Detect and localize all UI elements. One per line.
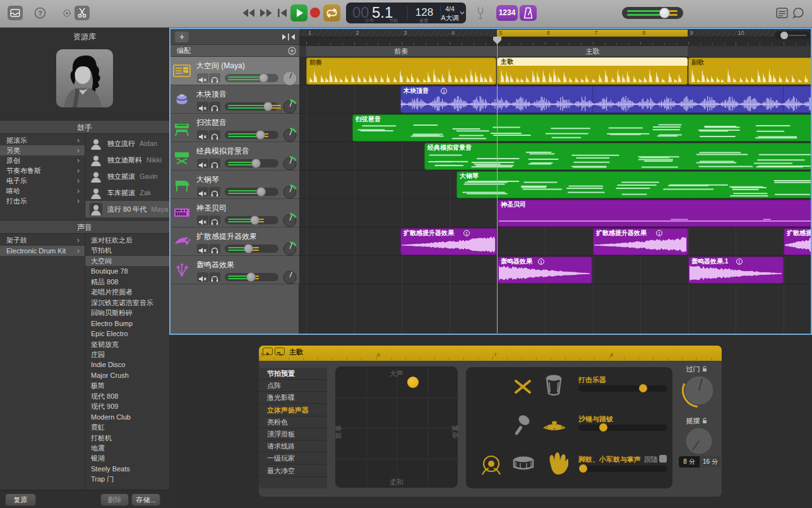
region-drummer-intro[interactable]: 前奏	[306, 57, 496, 85]
gong-icon[interactable]	[480, 453, 503, 480]
track-header[interactable]: 轰鸣器效果	[170, 256, 299, 284]
sound-preset-item[interactable]: 庄园	[85, 349, 169, 360]
cut-tool-button[interactable]	[75, 6, 90, 20]
sound-preset-item[interactable]: Epic Electro	[85, 329, 169, 339]
sound-preset-item[interactable]: Indie Disco	[85, 360, 169, 370]
delete-button[interactable]: 删除	[100, 493, 129, 506]
volume-knob[interactable]	[256, 130, 265, 140]
sound-preset-item[interactable]: 回响贝斯粉碎	[85, 308, 169, 318]
volume-knob[interactable]	[256, 187, 266, 197]
editor-regions-icon[interactable]	[275, 348, 285, 355]
solo-button[interactable]	[209, 215, 220, 225]
timeline-tick-row[interactable]	[299, 37, 811, 45]
sound-preset-item[interactable]: Electro Bump	[85, 318, 169, 329]
beat-preset-item[interactable]: 最大净空	[259, 465, 327, 477]
track-volume-slider[interactable]	[225, 188, 278, 196]
xy-pad-puck[interactable]	[407, 377, 419, 388]
record-button[interactable]	[310, 8, 320, 18]
track-volume-slider[interactable]	[225, 74, 278, 82]
beat-preset-item[interactable]: 点阵	[259, 380, 327, 392]
media-browser-button[interactable]	[8, 6, 23, 20]
tambourine-icon[interactable]	[542, 418, 567, 439]
sound-preset-item[interactable]: 地震	[85, 443, 169, 453]
shaker-icon[interactable]	[513, 414, 533, 439]
track-header[interactable]: 木块顶音	[170, 85, 299, 114]
swing-knob[interactable]	[683, 425, 715, 459]
sound-preset-item[interactable]: Trap 门	[85, 474, 169, 484]
feedback-icon[interactable]	[792, 7, 804, 21]
drummer-item[interactable]: 独立摇滚Gavin	[85, 168, 169, 184]
sound-preset-item[interactable]: 派对狂欢之后	[85, 235, 169, 245]
eighth-note-button[interactable]: 8 分	[679, 456, 700, 468]
sound-preset-item[interactable]: 节拍机	[85, 245, 169, 255]
percussion-slider[interactable]	[578, 385, 667, 392]
solo-button[interactable]	[209, 187, 220, 197]
follow-checkbox[interactable]	[659, 455, 667, 463]
go-to-beginning-button[interactable]	[277, 8, 287, 20]
beat-preset-item[interactable]: 漂浮滑板	[259, 428, 327, 440]
editor-play-icon[interactable]	[263, 348, 273, 355]
arrangement-track-header[interactable]: 编配	[170, 45, 299, 57]
track-header[interactable]: 神圣贝司	[170, 199, 299, 227]
solo-button[interactable]	[209, 159, 220, 168]
volume-knob[interactable]	[246, 272, 256, 282]
mute-button[interactable]	[197, 187, 208, 197]
snare-icon[interactable]	[511, 454, 535, 477]
beat-preset-item[interactable]: 激光影碟	[259, 392, 327, 404]
region-drummer-chorus[interactable]: 副歌	[688, 57, 811, 85]
track-header[interactable]: 扩散感提升器效果	[170, 227, 299, 256]
track-volume-slider[interactable]	[225, 102, 278, 111]
region-boomer-2[interactable]: 轰鸣器效果.11	[688, 257, 784, 284]
region-riser-3[interactable]: 扩散感提升器效果	[784, 228, 811, 255]
drummer-item[interactable]: 独立流行Aidan	[85, 135, 169, 152]
track-header[interactable]: 经典模拟背景音	[170, 142, 299, 171]
mute-button[interactable]	[197, 73, 208, 83]
drummer-item[interactable]: 车库摇滚Zak	[85, 184, 169, 201]
add-track-button[interactable]: +	[175, 32, 189, 42]
sound-preset-item[interactable]: Steely Beats	[85, 464, 169, 474]
volume-knob[interactable]	[250, 215, 260, 225]
drumsticks-icon[interactable]	[511, 376, 534, 400]
solo-button[interactable]	[209, 244, 220, 253]
sixteenth-note-button[interactable]: 16 分	[700, 456, 721, 468]
help-icon[interactable]: ?	[34, 7, 46, 21]
volume-knob[interactable]	[263, 102, 273, 111]
track-volume-slider[interactable]	[225, 159, 278, 167]
track-header[interactable]: 大空间 (Maya)	[170, 57, 299, 85]
sound-preset-item[interactable]: 现代 808	[85, 391, 169, 401]
region-piano[interactable]: 大钢琴	[457, 171, 811, 198]
kick-snare-slider[interactable]	[578, 466, 667, 472]
sound-preset-item[interactable]: 极简	[85, 380, 169, 390]
sound-preset-item[interactable]: 打桩机	[85, 433, 169, 443]
sound-preset-item[interactable]: 老唱片挖掘者	[85, 287, 169, 297]
lcd-display[interactable]: 00 5.1 小节 节拍 128 速度 4/4 A大调	[346, 3, 466, 23]
mute-button[interactable]	[197, 215, 208, 225]
play-button[interactable]	[290, 4, 307, 21]
beat-preset-item[interactable]: 亮粉色	[259, 416, 327, 428]
drummer-item[interactable]: 独立迪斯科Nikki	[85, 152, 169, 168]
editor-region-header[interactable]: 主歌 5678	[259, 346, 722, 361]
conga-icon[interactable]	[544, 373, 563, 399]
fills-knob[interactable]	[682, 373, 716, 410]
drummer-item[interactable]: 流行 80 年代Maya	[85, 201, 169, 217]
mute-button[interactable]	[197, 102, 208, 111]
region-analog[interactable]: 经典模拟背景音	[424, 143, 811, 170]
sound-preset-item[interactable]: Boutique 78	[85, 266, 169, 276]
sound-preset-item[interactable]: 银湖	[85, 453, 169, 463]
region-riser-2[interactable]: 扩散感提升器效果1	[593, 228, 688, 255]
region-boomer-1[interactable]: 轰鸣器效果1	[498, 257, 592, 284]
tuner-icon[interactable]	[475, 6, 486, 23]
shaker-slider[interactable]	[578, 425, 667, 431]
solo-button[interactable]	[209, 130, 220, 140]
mute-button[interactable]	[197, 159, 208, 168]
master-volume-knob[interactable]	[659, 8, 670, 18]
kit-item[interactable]: Electronic Drum Kit›	[0, 246, 85, 256]
handclap-icon[interactable]	[546, 451, 568, 478]
track-volume-slider[interactable]	[225, 216, 278, 224]
sound-preset-item[interactable]: 精品 808	[85, 277, 169, 287]
region-drummer-verse[interactable]: 主歌	[498, 57, 688, 85]
volume-knob[interactable]	[244, 244, 253, 253]
track-header[interactable]: 大钢琴	[170, 171, 299, 199]
rewind-button[interactable]	[242, 8, 255, 20]
sound-preset-item[interactable]: 现代 909	[85, 401, 169, 411]
